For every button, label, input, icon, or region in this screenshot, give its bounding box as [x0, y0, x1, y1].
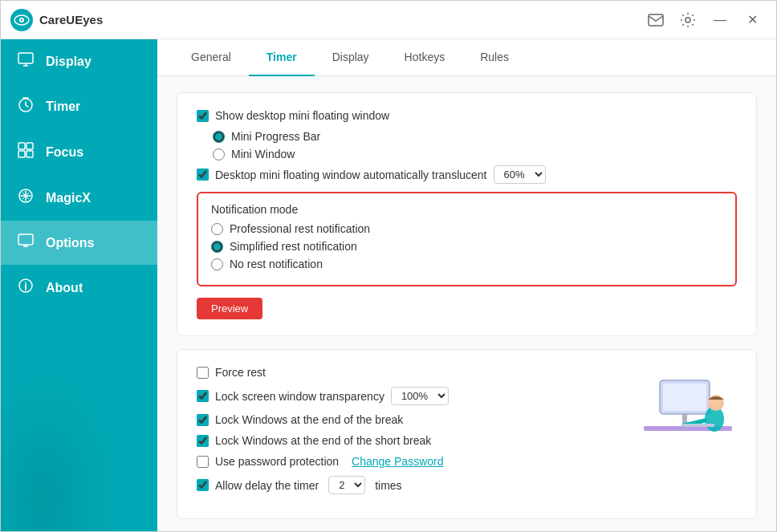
no-rest-notification-row: No rest notification	[211, 258, 722, 270]
mini-progress-label: Mini Progress Bar	[231, 130, 320, 143]
email-button[interactable]	[641, 8, 670, 32]
show-floating-window-row: Show desktop mini floating window	[197, 109, 737, 122]
delay-value-dropdown[interactable]: 2 1345	[328, 476, 365, 494]
app-logo: CareUEyes	[10, 9, 641, 31]
lock-windows-short-checkbox[interactable]	[197, 435, 209, 447]
lock-windows-break-checkbox[interactable]	[197, 414, 209, 426]
content-area: General Timer Display Hotkeys Rules	[157, 39, 776, 531]
svg-point-4	[685, 18, 690, 22]
illustration	[612, 358, 740, 470]
sidebar-item-display[interactable]: Display	[1, 39, 157, 83]
window-controls: — ✕	[641, 8, 767, 32]
svg-rect-5	[18, 53, 33, 63]
lock-transparency-checkbox[interactable]	[197, 390, 209, 402]
sidebar: Display Timer	[1, 39, 157, 531]
sidebar-label-options: Options	[46, 236, 94, 250]
main-layout: Display Timer	[1, 39, 776, 531]
change-password-link[interactable]: Change Password	[352, 455, 443, 468]
sidebar-label-focus: Focus	[46, 145, 83, 160]
svg-rect-3	[649, 14, 663, 26]
lock-windows-short-label: Lock Windows at the end of the short bre…	[215, 434, 431, 447]
about-icon	[17, 278, 35, 298]
sidebar-label-timer: Timer	[46, 99, 80, 114]
display-icon	[17, 52, 35, 71]
notification-mode-title: Notification mode	[211, 203, 722, 216]
tab-rules[interactable]: Rules	[462, 39, 527, 76]
content-scroll[interactable]: Show desktop mini floating window Mini P…	[157, 76, 776, 531]
tab-general[interactable]: General	[173, 39, 249, 76]
lock-windows-break-label: Lock Windows at the end of the break	[215, 413, 403, 426]
mini-window-label: Mini Window	[231, 148, 295, 160]
card-floating-window: Show desktop mini floating window Mini P…	[177, 92, 757, 336]
tab-display[interactable]: Display	[315, 39, 387, 76]
magicx-icon	[17, 188, 35, 208]
show-floating-checkbox[interactable]	[197, 110, 209, 122]
sidebar-item-options[interactable]: Options	[1, 221, 157, 265]
professional-notification-label: Professional rest notification	[230, 222, 370, 235]
svg-rect-7	[18, 143, 25, 149]
professional-notification-row: Professional rest notification	[211, 222, 722, 235]
sidebar-item-timer[interactable]: Timer	[1, 83, 157, 129]
minimize-icon: —	[714, 13, 726, 27]
minimize-button[interactable]: —	[706, 8, 734, 32]
title-bar: CareUEyes — ✕	[1, 1, 776, 39]
card-lock-settings: Force rest Lock screen window transparen…	[177, 349, 757, 519]
lock-transparency-label: Lock screen window transparency	[215, 390, 384, 403]
svg-point-14	[25, 282, 26, 284]
svg-rect-9	[18, 151, 25, 157]
password-protection-checkbox[interactable]	[197, 456, 209, 468]
close-icon: ✕	[747, 12, 758, 27]
mini-window-radio[interactable]	[213, 148, 225, 160]
sidebar-label-about: About	[46, 281, 83, 295]
app-window: CareUEyes — ✕	[0, 0, 777, 532]
preview-button[interactable]: Preview	[197, 298, 262, 319]
focus-icon	[17, 142, 35, 162]
svg-rect-10	[26, 151, 33, 157]
svg-rect-21	[682, 424, 714, 427]
mini-progress-radio[interactable]	[213, 131, 225, 143]
force-rest-label: Force rest	[215, 366, 266, 379]
mini-progress-bar-row: Mini Progress Bar	[213, 130, 737, 143]
allow-delay-label: Allow delay the timer	[215, 479, 319, 492]
mini-window-row: Mini Window	[213, 148, 737, 160]
sidebar-label-magicx: MagicX	[46, 191, 91, 205]
sidebar-item-magicx[interactable]: MagicX	[1, 175, 157, 221]
allow-delay-row: Allow delay the timer 2 1345 times	[197, 476, 737, 494]
notification-mode-box: Notification mode Professional rest noti…	[197, 192, 737, 286]
options-icon	[17, 234, 35, 252]
force-rest-checkbox[interactable]	[197, 367, 209, 379]
app-title: CareUEyes	[39, 13, 103, 26]
show-floating-label: Show desktop mini floating window	[215, 109, 389, 122]
tab-hotkeys[interactable]: Hotkeys	[387, 39, 463, 76]
sidebar-decoration	[1, 371, 121, 531]
eye-icon	[10, 9, 33, 31]
tab-timer[interactable]: Timer	[249, 39, 315, 76]
translucent-dropdown[interactable]: 60% 10% 20% 30% 40% 50% 70% 80% 90%	[494, 165, 546, 184]
auto-translucent-row: Desktop mini floating window automatical…	[197, 165, 737, 184]
sidebar-item-focus[interactable]: Focus	[1, 129, 157, 175]
password-protection-label: Use password protection	[215, 455, 339, 468]
svg-rect-12	[18, 234, 33, 245]
times-label: times	[375, 479, 401, 492]
svg-rect-8	[26, 143, 33, 149]
professional-notification-radio[interactable]	[211, 223, 223, 235]
auto-translucent-checkbox[interactable]	[197, 169, 209, 181]
allow-delay-checkbox[interactable]	[197, 479, 209, 491]
svg-point-2	[21, 18, 22, 20]
sidebar-item-about[interactable]: About	[1, 265, 157, 311]
timer-icon	[17, 96, 35, 116]
simplified-notification-label: Simplified rest notification	[230, 240, 357, 253]
simplified-notification-row: Simplified rest notification	[211, 240, 722, 253]
tabs-bar: General Timer Display Hotkeys Rules	[157, 39, 776, 76]
simplified-notification-radio[interactable]	[211, 241, 223, 253]
close-button[interactable]: ✕	[738, 8, 767, 32]
svg-rect-18	[663, 384, 706, 411]
settings-button[interactable]	[673, 8, 702, 32]
no-rest-notification-label: No rest notification	[230, 258, 323, 270]
auto-translucent-label: Desktop mini floating window automatical…	[215, 169, 487, 181]
sidebar-label-display: Display	[46, 55, 92, 69]
no-rest-notification-radio[interactable]	[211, 258, 223, 270]
lock-transparency-dropdown[interactable]: 100% 10%20%30% 40%50%60% 70%80%90%	[391, 387, 449, 405]
